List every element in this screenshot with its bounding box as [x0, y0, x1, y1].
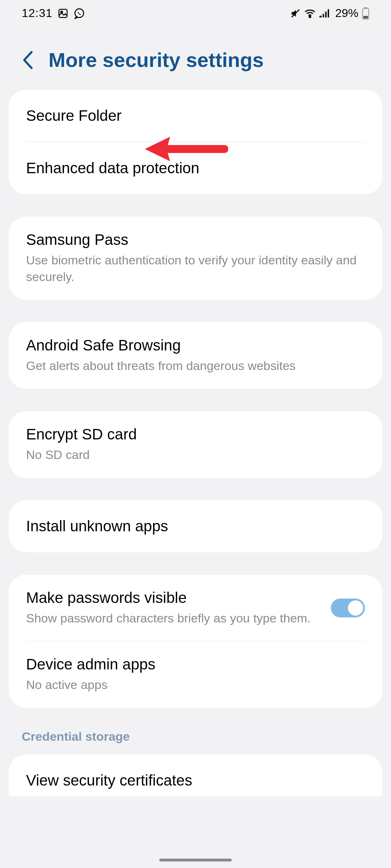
- whatsapp-icon: [73, 8, 85, 19]
- settings-group-3: Android Safe Browsing Get alerts about t…: [9, 322, 382, 389]
- row-encrypt-sd-card[interactable]: Encrypt SD card No SD card: [9, 411, 382, 478]
- row-title: Enhanced data protection: [26, 159, 365, 177]
- svg-point-2: [75, 9, 84, 17]
- row-subtitle: No active apps: [26, 677, 365, 693]
- mute-icon: [290, 8, 300, 18]
- svg-point-4: [309, 16, 311, 18]
- section-label-credential-storage: Credential storage: [0, 719, 391, 754]
- settings-group-6: Make passwords visible Show password cha…: [9, 575, 382, 708]
- row-samsung-pass[interactable]: Samsung Pass Use biometric authenticatio…: [9, 217, 382, 300]
- row-title: Make passwords visible: [26, 589, 320, 607]
- home-indicator: [159, 859, 232, 861]
- row-title: View security certificates: [26, 772, 365, 789]
- toggle-knob: [348, 600, 363, 616]
- svg-rect-5: [320, 16, 321, 17]
- wifi-icon: [304, 8, 316, 18]
- svg-rect-7: [325, 12, 327, 17]
- row-device-admin-apps[interactable]: Device admin apps No active apps: [9, 641, 382, 708]
- battery-percent: 29%: [335, 7, 358, 20]
- settings-group-credentials: View security certificates: [9, 754, 382, 796]
- row-enhanced-data-protection[interactable]: Enhanced data protection: [9, 142, 382, 194]
- row-subtitle: Use biometric authentication to verify y…: [26, 252, 365, 285]
- row-secure-folder[interactable]: Secure Folder: [9, 90, 382, 142]
- status-bar: 12:31: [0, 0, 391, 26]
- settings-group-5: Install unknown apps: [9, 500, 382, 552]
- signal-icon: [319, 8, 330, 18]
- image-icon: [58, 8, 68, 19]
- settings-group-1: Secure Folder Enhanced data protection: [9, 90, 382, 194]
- svg-rect-8: [328, 9, 329, 17]
- row-title: Encrypt SD card: [26, 426, 365, 443]
- svg-rect-0: [59, 9, 67, 17]
- row-title: Install unknown apps: [26, 518, 365, 535]
- row-title: Secure Folder: [26, 107, 365, 124]
- row-title: Android Safe Browsing: [26, 337, 365, 354]
- settings-group-4: Encrypt SD card No SD card: [9, 411, 382, 478]
- svg-rect-6: [323, 14, 324, 17]
- status-time: 12:31: [22, 7, 52, 20]
- row-view-security-certificates[interactable]: View security certificates: [9, 754, 382, 796]
- row-android-safe-browsing[interactable]: Android Safe Browsing Get alerts about t…: [9, 322, 382, 389]
- status-left: 12:31: [22, 7, 85, 20]
- battery-icon: [362, 7, 369, 20]
- back-button[interactable]: [22, 50, 34, 70]
- passwords-visible-toggle[interactable]: [331, 599, 365, 617]
- row-subtitle: No SD card: [26, 447, 365, 463]
- row-subtitle: Get alerts about threats from dangerous …: [26, 358, 365, 374]
- settings-group-2: Samsung Pass Use biometric authenticatio…: [9, 217, 382, 300]
- row-make-passwords-visible[interactable]: Make passwords visible Show password cha…: [9, 575, 382, 641]
- page-title: More security settings: [49, 48, 264, 72]
- row-title: Device admin apps: [26, 656, 365, 673]
- svg-rect-11: [363, 16, 368, 18]
- row-install-unknown-apps[interactable]: Install unknown apps: [9, 500, 382, 552]
- row-title: Samsung Pass: [26, 231, 365, 248]
- status-right: 29%: [290, 7, 369, 20]
- row-subtitle: Show password characters briefly as you …: [26, 610, 320, 627]
- header: More security settings: [0, 26, 391, 90]
